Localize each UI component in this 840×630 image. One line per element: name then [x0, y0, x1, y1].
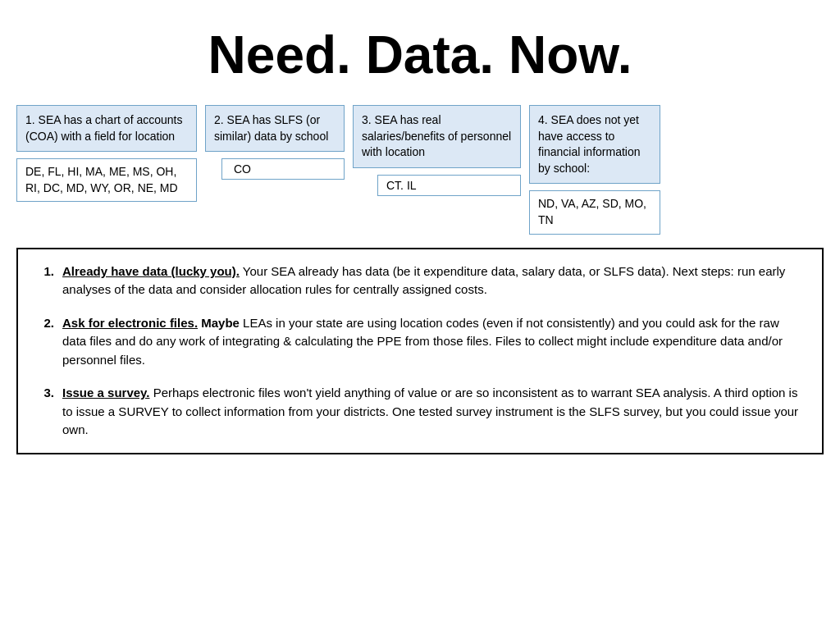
col3-header-box: 3. SEA has real salaries/benefits of per…: [353, 105, 521, 168]
ct-box: CT. IL: [377, 175, 521, 196]
list-content-3: Issue a survey. Perhaps electronic files…: [62, 384, 806, 440]
list-text-3: Perhaps electronic files won't yield any…: [62, 386, 798, 436]
list-bold-extra-2: Maybe: [201, 316, 240, 330]
list-heading-1: Already have data (lucky you).: [62, 264, 240, 278]
column-4: 4. SEA does not yet have access to finan…: [529, 105, 660, 235]
page-title: Need. Data. Now.: [16, 8, 824, 105]
column-3: 3. SEA has real salaries/benefits of per…: [353, 105, 521, 196]
col1-states-box: DE, FL, HI, MA, ME, MS, OH, RI, DC, MD, …: [16, 158, 197, 202]
top-section: 1. SEA has a chart of accounts (COA) wit…: [16, 105, 824, 235]
list-num-2: 2.: [34, 314, 54, 333]
list-num-1: 1.: [34, 262, 54, 281]
column-1: 1. SEA has a chart of accounts (COA) wit…: [16, 105, 197, 202]
list-item-3: 3. Issue a survey. Perhaps electronic fi…: [34, 384, 806, 440]
col1-header-box: 1. SEA has a chart of accounts (COA) wit…: [16, 105, 197, 152]
column-2: 2. SEA has SLFS (or similar) data by sch…: [205, 105, 345, 180]
list-heading-2: Ask for electronic files.: [62, 316, 198, 330]
list-item-1: 1. Already have data (lucky you). Your S…: [34, 262, 806, 299]
list-heading-3: Issue a survey.: [62, 386, 149, 399]
list-content-2: Ask for electronic files. Maybe LEAs in …: [62, 314, 806, 370]
action-list: 1. Already have data (lucky you). Your S…: [34, 262, 806, 440]
list-content-1: Already have data (lucky you). Your SEA …: [62, 262, 806, 299]
col2-header-box: 2. SEA has SLFS (or similar) data by sch…: [205, 105, 345, 152]
col4-states-box: ND, VA, AZ, SD, MO, TN: [529, 190, 660, 234]
list-num-3: 3.: [34, 384, 54, 403]
col4-header-box: 4. SEA does not yet have access to finan…: [529, 105, 660, 184]
bottom-section: 1. Already have data (lucky you). Your S…: [16, 248, 824, 454]
list-item-2: 2. Ask for electronic files. Maybe LEAs …: [34, 314, 806, 370]
co-box: CO: [221, 158, 345, 180]
